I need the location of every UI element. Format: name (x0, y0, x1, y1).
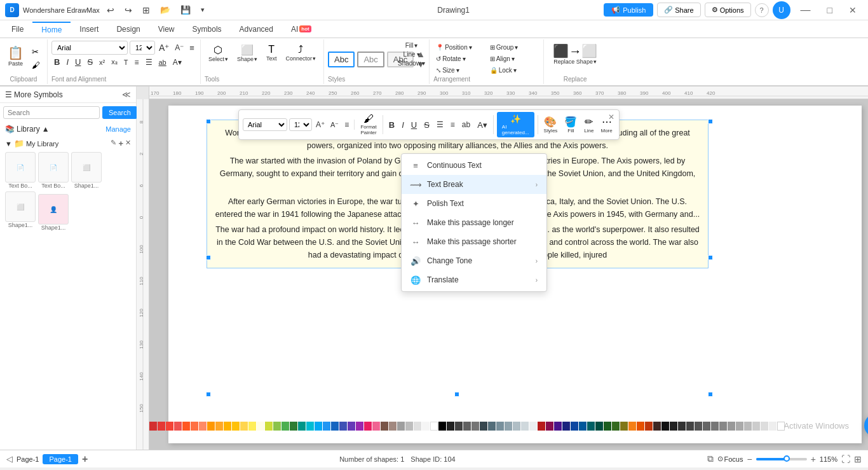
color-swatch[interactable] (265, 422, 273, 431)
superscript-btn[interactable]: x² (97, 58, 107, 67)
color-swatch[interactable] (653, 422, 661, 431)
format-painter-btn[interactable]: 🖌 FormatPainter (358, 112, 379, 137)
style-abc2[interactable]: Abc (357, 52, 384, 67)
color-swatch[interactable] (323, 422, 330, 431)
zoom-minus-btn[interactable]: − (747, 454, 752, 464)
color-swatch[interactable] (579, 422, 587, 431)
library-close-btn[interactable]: ✕ (125, 139, 131, 148)
text-align-btn[interactable]: ≡ (187, 43, 196, 53)
search-button[interactable]: Search (102, 106, 137, 119)
thumbnail-1[interactable]: 📄 (5, 152, 36, 183)
color-swatch[interactable] (405, 422, 413, 431)
color-swatch[interactable] (595, 422, 603, 431)
color-swatch[interactable] (686, 422, 694, 431)
color-swatch[interactable] (670, 422, 677, 431)
italic-btn[interactable]: I (64, 57, 71, 67)
color-swatch[interactable] (728, 422, 735, 431)
text-style-btn[interactable]: T (121, 58, 131, 67)
ft-fill-btn[interactable]: 🪣 Fill (562, 114, 580, 135)
ft-size-up[interactable]: A⁺ (314, 120, 327, 130)
fill-btn[interactable]: Fill▾ (405, 42, 418, 49)
color-swatch[interactable] (703, 422, 710, 431)
color-swatch[interactable] (471, 422, 479, 431)
ctx-make-shorter[interactable]: ↔ Make this passage shorter (402, 232, 546, 251)
search-input[interactable] (3, 106, 100, 119)
rotate-btn[interactable]: ↺ Rotate▾ (433, 53, 486, 64)
color-swatch[interactable] (628, 422, 636, 431)
options-button[interactable]: ⚙Options (705, 3, 751, 17)
ft-list[interactable]: ☰ (434, 119, 446, 130)
font-size-select[interactable]: 12 (130, 41, 155, 55)
zoom-plus-btn[interactable]: + (811, 454, 816, 464)
layer-icon[interactable]: ⧉ (707, 453, 714, 464)
ctx-continuous-text[interactable]: ≡ Continuous Text (402, 156, 546, 175)
help-icon[interactable]: ? (755, 3, 769, 17)
select-btn[interactable]: ⬡ Select▾ (205, 42, 232, 64)
open-btn[interactable]: 📂 (157, 4, 173, 16)
color-swatch[interactable] (215, 422, 223, 431)
ft-bullet[interactable]: ≡ (448, 119, 458, 130)
ctx-text-break[interactable]: ⟿ Text Break › (402, 175, 546, 194)
line-btn[interactable]: Line▾ (403, 51, 420, 58)
color-swatch[interactable] (587, 422, 595, 431)
underline-btn[interactable]: U (72, 57, 83, 67)
cut-btn[interactable]: ✂ (29, 46, 43, 58)
color-swatch[interactable] (562, 422, 570, 431)
text-btn[interactable]: T Text (262, 42, 281, 64)
ai-generated-btn[interactable]: ✨ AIgenerated... (497, 112, 534, 137)
ft-strike[interactable]: S (421, 119, 432, 131)
ctx-make-longer[interactable]: ↔ Make this passage longer (402, 213, 546, 232)
ctx-translate[interactable]: 🌐 Translate › (402, 270, 546, 289)
color-swatch[interactable] (389, 422, 397, 431)
ctx-polish-text[interactable]: ✦ Polish Text (402, 194, 546, 213)
color-swatch[interactable] (480, 422, 487, 431)
color-swatch[interactable] (191, 422, 198, 431)
font-decrease-btn[interactable]: A⁻ (173, 43, 186, 53)
manage-link[interactable]: Manage (105, 125, 131, 133)
tab-file[interactable]: File (3, 22, 32, 36)
thumbnail-3[interactable]: ⬜ (71, 152, 102, 183)
color-swatch[interactable] (306, 422, 314, 431)
color-swatch[interactable] (430, 422, 438, 431)
thumbnail-4[interactable]: ⬜ (5, 191, 36, 222)
font-color-btn[interactable]: A▾ (170, 57, 184, 67)
font-increase-btn[interactable]: A⁺ (157, 42, 171, 53)
color-swatch[interactable] (348, 422, 355, 431)
color-swatch[interactable] (438, 422, 446, 431)
color-swatch[interactable] (505, 422, 512, 431)
subscript-btn[interactable]: x₂ (109, 57, 120, 67)
library-label[interactable]: 📚 Library ▲ (5, 125, 50, 134)
color-swatch[interactable] (695, 422, 702, 431)
color-swatch[interactable] (248, 422, 256, 431)
color-swatch[interactable] (645, 422, 653, 431)
ft-underline[interactable]: U (409, 119, 419, 131)
thumbnail-5[interactable]: 👤 (38, 194, 69, 225)
color-swatch[interactable] (273, 422, 281, 431)
redo-btn[interactable]: ↪ (121, 4, 135, 17)
ctx-change-tone[interactable]: 🔊 Change Tone › (402, 251, 546, 270)
color-swatch[interactable] (290, 422, 297, 431)
color-swatch[interactable] (661, 422, 669, 431)
color-swatch[interactable] (488, 422, 496, 431)
color-swatch[interactable] (207, 422, 215, 431)
ft-color[interactable]: ab (459, 119, 473, 130)
color-swatch[interactable] (240, 422, 248, 431)
color-swatch[interactable] (554, 422, 562, 431)
color-swatch[interactable] (620, 422, 628, 431)
page-tab[interactable]: Page-1 (43, 454, 78, 464)
more-btn[interactable]: ▾ (198, 4, 208, 15)
color-swatch[interactable] (331, 422, 339, 431)
save-btn[interactable]: 💾 (177, 4, 194, 16)
color-swatch[interactable] (744, 422, 752, 431)
group-btn[interactable]: ⊞ Group▾ (487, 42, 540, 52)
color-swatch[interactable] (158, 422, 165, 431)
tab-advanced[interactable]: Advanced (231, 22, 282, 36)
color-swatch[interactable] (529, 422, 537, 431)
share-button[interactable]: 🔗Share (657, 3, 700, 17)
color-swatch[interactable] (521, 422, 529, 431)
color-swatch[interactable] (761, 422, 768, 431)
tab-ai[interactable]: AI hot (282, 22, 320, 36)
user-avatar[interactable]: U (773, 1, 790, 19)
color-swatch[interactable] (232, 422, 240, 431)
align-btn[interactable]: ⊞ Align▾ (487, 53, 540, 64)
